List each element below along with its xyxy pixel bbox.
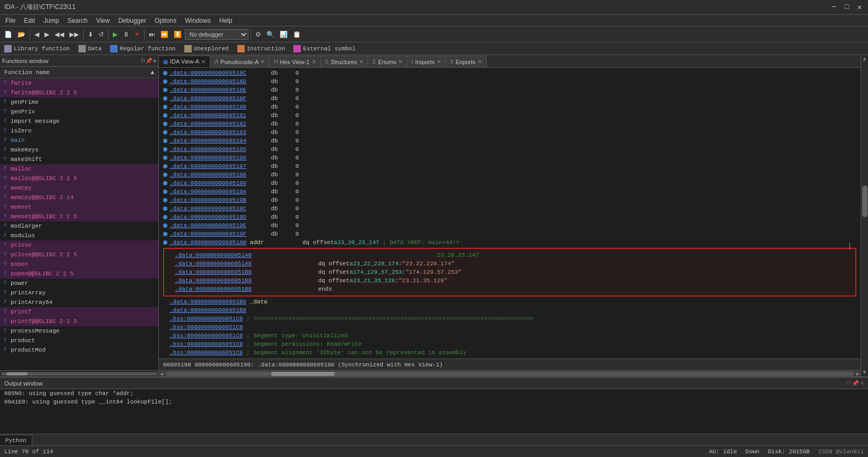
restore-button[interactable]: □: [843, 3, 851, 12]
function-list[interactable]: f fwrite f fwrite@@GLIBC 2 2 5 f genPrim…: [0, 78, 158, 370]
menu-help[interactable]: Help: [216, 16, 236, 25]
menu-jump[interactable]: Jump: [40, 16, 62, 25]
panel-maximize[interactable]: □: [141, 58, 145, 64]
address[interactable]: .bss:00000000006051C0: [169, 333, 243, 339]
list-item[interactable]: f product: [0, 336, 158, 345]
sym-a23-20[interactable]: a23_20_23_147: [334, 239, 379, 246]
tb-extra2[interactable]: 🔍: [264, 30, 276, 39]
list-item[interactable]: f productMod: [0, 345, 158, 355]
list-item[interactable]: f malloc@@GLIBC 2 2 5: [0, 174, 158, 183]
list-item[interactable]: f fwrite@@GLIBC 2 2 5: [0, 88, 158, 97]
address[interactable]: .data:0000000000605192: [169, 121, 246, 127]
address[interactable]: .data:00000000006051B8: [175, 286, 252, 292]
list-item[interactable]: f makeShift: [0, 155, 158, 164]
address[interactable]: .data:0000000000605198: [169, 172, 246, 178]
tab-hex-view-1[interactable]: H Hex View-1 ✕: [270, 56, 320, 67]
list-item[interactable]: f isZero: [0, 126, 158, 136]
code-scroll-area[interactable]: .data:000000000060518C db 0 .data:000000…: [159, 68, 861, 359]
minimize-button[interactable]: ─: [830, 3, 838, 12]
address[interactable]: .data:000000000060519C: [169, 205, 246, 212]
tb-extra3[interactable]: 📊: [278, 30, 290, 39]
list-item[interactable]: f main: [0, 136, 158, 145]
panel-pin[interactable]: 📌: [146, 58, 152, 64]
list-item[interactable]: f malloc: [0, 164, 158, 174]
tb-stop[interactable]: ✕: [132, 30, 142, 39]
address[interactable]: .data:00000000006051B8: [175, 277, 252, 284]
tb-forward2[interactable]: ▶▶: [67, 30, 81, 39]
tb-extra1[interactable]: ⚙: [253, 30, 263, 39]
list-item[interactable]: f popen: [0, 259, 158, 269]
list-item[interactable]: f makeKeys: [0, 145, 158, 155]
tab-close-enum[interactable]: ✕: [398, 59, 402, 65]
tab-pseudocode-a[interactable]: A Pseudocode-A ✕: [210, 56, 270, 67]
tb-extra4[interactable]: 📋: [291, 30, 303, 39]
debugger-select[interactable]: No debugger: [185, 29, 248, 40]
address[interactable]: .data:00000000006051A0: [169, 239, 246, 246]
output-tab-python[interactable]: Python: [0, 435, 32, 445]
list-item[interactable]: f printArray: [0, 288, 158, 298]
address[interactable]: .data:0000000000605191: [169, 112, 246, 119]
list-item[interactable]: f printf: [0, 307, 158, 317]
sym-a23-21[interactable]: a23_21_35_128: [350, 277, 395, 284]
tab-close-hex[interactable]: ✕: [312, 59, 316, 65]
tab-close-pseudo[interactable]: ✕: [261, 59, 265, 65]
address[interactable]: .data:000000000060519A: [169, 189, 246, 195]
output-close[interactable]: ✕: [861, 380, 864, 387]
tab-close-ida[interactable]: ✕: [201, 59, 205, 65]
address[interactable]: .data:000000000060519D: [169, 214, 246, 220]
tb-back2[interactable]: ◀◀: [52, 30, 66, 39]
right-scrollbar[interactable]: ▲ ▼: [861, 55, 868, 377]
tb-btn2[interactable]: ↺: [96, 30, 106, 39]
list-item[interactable]: f printf@@GLIBC 2 2 5: [0, 317, 158, 326]
menu-view[interactable]: View: [93, 16, 113, 25]
close-button[interactable]: ✕: [855, 3, 864, 12]
list-item[interactable]: f modulus: [0, 231, 158, 240]
tb-step2[interactable]: ⏩: [158, 30, 171, 39]
list-item[interactable]: f import message: [0, 117, 158, 126]
tab-enums[interactable]: E Enums ✕: [368, 56, 407, 67]
output-pin[interactable]: 📌: [852, 380, 858, 387]
tb-step3[interactable]: ⏬: [172, 30, 184, 39]
tab-ida-view-a[interactable]: ▦ IDA View-A ✕: [159, 56, 210, 67]
address[interactable]: .data:000000000060518F: [169, 95, 246, 102]
address[interactable]: .data:00000000006051B8: [169, 307, 246, 313]
tb-btn1[interactable]: ⬇: [86, 30, 95, 39]
menu-search[interactable]: Search: [64, 16, 91, 25]
list-item[interactable]: f modlarger: [0, 221, 158, 231]
address[interactable]: .bss:00000000006051C0: [169, 324, 243, 330]
address[interactable]: .data:0000000000605197: [169, 163, 246, 169]
address[interactable]: .data:000000000060518E: [169, 87, 246, 93]
output-maximize[interactable]: □: [847, 380, 850, 387]
menu-file[interactable]: File: [2, 16, 19, 25]
list-item[interactable]: f power: [0, 279, 158, 288]
sort-arrow[interactable]: ▲: [150, 69, 154, 76]
tb-back[interactable]: ◀: [32, 30, 41, 39]
tb-pause[interactable]: ⏸: [121, 30, 131, 39]
tab-close-exports[interactable]: ✕: [478, 59, 482, 65]
list-item[interactable]: f genPrime: [0, 97, 158, 107]
list-item[interactable]: f printArray64: [0, 298, 158, 307]
scroll-up-btn[interactable]: ▲: [861, 55, 868, 63]
list-item[interactable]: f pclose: [0, 240, 158, 250]
menu-debugger[interactable]: Debugger: [115, 16, 149, 25]
tab-exports[interactable]: X Exports ✕: [446, 56, 487, 67]
sym-a23-22[interactable]: a23_22_228_174: [350, 261, 398, 267]
scroll-right-btn[interactable]: ▶: [856, 371, 860, 377]
address[interactable]: .data:000000000060519B: [169, 197, 246, 203]
scroll-track[interactable]: [165, 372, 854, 376]
address[interactable]: .data:00000000006051A0: [175, 252, 252, 258]
menu-edit[interactable]: Edit: [21, 16, 38, 25]
address[interactable]: .data:000000000060519F: [169, 231, 246, 237]
address[interactable]: .data:000000000060518C: [169, 70, 246, 76]
list-item[interactable]: f pclose@@GLIBC 2 2 5: [0, 250, 158, 259]
tab-close-imports[interactable]: ✕: [437, 59, 441, 65]
address[interactable]: .data:000000000060518D: [169, 78, 246, 85]
tab-close-struct[interactable]: ✕: [359, 59, 363, 65]
tab-imports[interactable]: I Imports ✕: [407, 56, 445, 67]
left-scroll-thumb[interactable]: [6, 372, 28, 375]
left-scroll-track[interactable]: [1, 372, 157, 375]
tb-step[interactable]: ⏭: [147, 30, 157, 39]
address[interactable]: .data:00000000006051B8: [169, 299, 246, 305]
tb-open[interactable]: 📂: [15, 30, 28, 39]
sym-a174[interactable]: a174_129_57_253: [350, 269, 402, 275]
